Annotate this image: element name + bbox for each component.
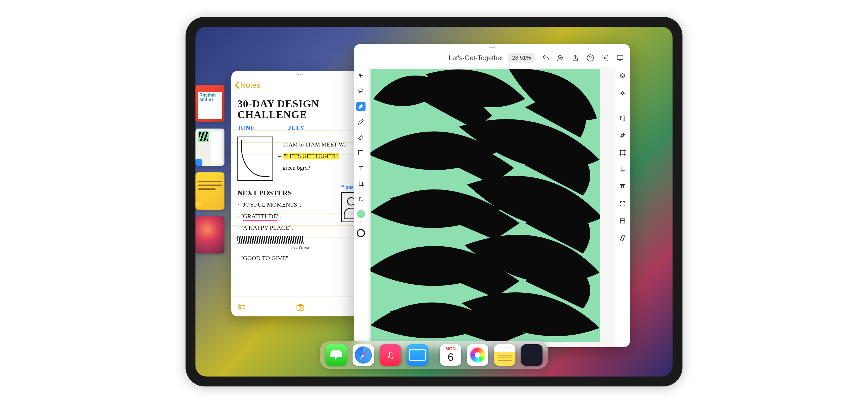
pathfinder-button[interactable] — [618, 131, 627, 140]
eraser-tool[interactable] — [356, 133, 366, 142]
dock-app-music[interactable] — [380, 344, 401, 366]
svg-point-20 — [620, 150, 621, 151]
transform-button[interactable] — [618, 148, 627, 157]
pen-icon — [358, 103, 364, 110]
dock-separator — [434, 347, 434, 363]
scribble-icon — [238, 236, 304, 243]
dock-app-calendar[interactable]: MON 6 — [440, 344, 461, 366]
stroke-swatch[interactable] — [357, 229, 365, 237]
stage-item-design[interactable] — [195, 129, 224, 166]
design-window[interactable]: Let's-Get-Together 28.51% — [354, 44, 630, 347]
svg-point-14 — [621, 92, 624, 94]
notes-header: Notes — [231, 76, 369, 95]
selection-tool[interactable] — [356, 71, 366, 80]
ipad-frame: Rhythm and Bl Notes — [186, 17, 682, 387]
separator — [618, 106, 627, 106]
note-line: – "LET'S GET TOGETH — [278, 150, 346, 162]
settings-button[interactable] — [601, 54, 609, 62]
swatch-menu-caret[interactable]: ▾ — [360, 220, 362, 223]
expand-button[interactable] — [618, 199, 627, 208]
layers-button[interactable] — [618, 71, 627, 81]
undo-button[interactable] — [542, 54, 549, 62]
rectangle-tool[interactable] — [356, 148, 366, 158]
notes-window[interactable]: Notes 30-DAY DESIGN CHALLENGE JUNE JULY … — [231, 71, 369, 316]
camera-icon — [296, 303, 305, 312]
stage-item-notes[interactable] — [195, 172, 224, 210]
dock-app-notes[interactable] — [494, 344, 516, 366]
eraser-icon — [358, 134, 364, 141]
swap-arrows-icon — [358, 196, 364, 202]
svg-point-10 — [604, 57, 606, 59]
camera-button[interactable] — [296, 303, 305, 312]
present-button[interactable] — [616, 54, 624, 62]
type-tool[interactable] — [356, 164, 366, 173]
svg-point-23 — [624, 154, 625, 155]
note-line: – green bgrd? — [278, 162, 346, 173]
svg-rect-26 — [621, 186, 624, 188]
notes-toolbar — [231, 299, 369, 316]
svg-point-22 — [620, 154, 621, 155]
frame-button[interactable] — [618, 165, 627, 174]
notes-back-label: Notes — [240, 81, 260, 90]
stage-app-badge — [195, 203, 202, 210]
safari-compass-icon — [355, 346, 372, 364]
design-header: Let's-Get-Together 28.51% — [354, 49, 630, 67]
window-controls-icon[interactable] — [297, 74, 303, 75]
ipad-screen: Rhythm and Bl Notes — [195, 27, 673, 376]
align-button[interactable] — [618, 114, 627, 123]
pencil-tool[interactable] — [356, 117, 366, 127]
detail-icon — [619, 217, 626, 224]
pathfinder-icon — [619, 132, 626, 139]
checklist-button[interactable] — [238, 304, 246, 311]
crop-tool[interactable] — [356, 179, 366, 189]
note-line: – 10AM to 11AM MEET WI — [278, 139, 346, 150]
svg-point-0 — [239, 305, 241, 307]
dock-app-safari[interactable] — [352, 344, 374, 366]
frame-icon — [619, 166, 626, 173]
notes-body[interactable]: 30-DAY DESIGN CHALLENGE JUNE JULY – 10AM… — [231, 95, 369, 299]
fill-swatch[interactable] — [357, 210, 365, 218]
dock-app-photos[interactable] — [467, 344, 488, 366]
window-controls-icon[interactable] — [489, 46, 495, 48]
svg-point-2 — [239, 307, 241, 309]
svg-rect-19 — [620, 150, 625, 155]
link-icon — [619, 235, 626, 241]
note-section-title: NEXT POSTERS — [238, 189, 336, 197]
crop-icon — [358, 180, 364, 187]
svg-point-21 — [624, 150, 625, 151]
type-icon — [358, 165, 364, 172]
calendar-day-number: 6 — [440, 351, 461, 363]
zoom-level[interactable]: 28.51% — [508, 53, 535, 63]
note-bullet: · "JOYFUL MOMENTS". — [238, 199, 336, 210]
timeline-start: JUNE — [238, 124, 255, 132]
help-button[interactable] — [586, 54, 594, 62]
dock-app-shortcuts[interactable] — [521, 344, 542, 366]
expand-icon — [619, 201, 626, 207]
lettering-artwork — [371, 69, 600, 342]
swap-tool[interactable] — [356, 195, 366, 204]
stage-item-facetime[interactable] — [195, 216, 224, 254]
stage-app-badge — [195, 159, 202, 166]
distribute-button[interactable] — [618, 182, 627, 192]
stage-thumb-icon — [198, 131, 209, 142]
canvas-area[interactable] — [368, 67, 615, 347]
artboard[interactable] — [371, 69, 600, 342]
note-bullet: · "GOOD TO GIVE". — [238, 253, 336, 264]
dock-app-messages[interactable] — [326, 344, 347, 366]
stage-app-badge — [195, 247, 202, 254]
lasso-tool[interactable] — [356, 86, 366, 96]
dock-app-mail[interactable] — [407, 344, 428, 366]
link-button[interactable] — [618, 233, 627, 243]
stage-item-books[interactable]: Rhythm and Bl — [195, 85, 224, 122]
detail-button[interactable] — [618, 216, 627, 226]
svg-rect-24 — [620, 168, 624, 172]
notes-back-button[interactable]: Notes — [235, 81, 260, 90]
pen-tool[interactable] — [356, 102, 366, 111]
share-icon — [571, 54, 579, 62]
header-actions — [542, 54, 624, 62]
properties-button[interactable] — [618, 89, 627, 98]
note-bullet: · "A HAPPY PLACE". — [238, 222, 336, 234]
help-icon — [586, 54, 594, 62]
add-user-button[interactable] — [557, 54, 564, 62]
share-button[interactable] — [571, 54, 579, 62]
